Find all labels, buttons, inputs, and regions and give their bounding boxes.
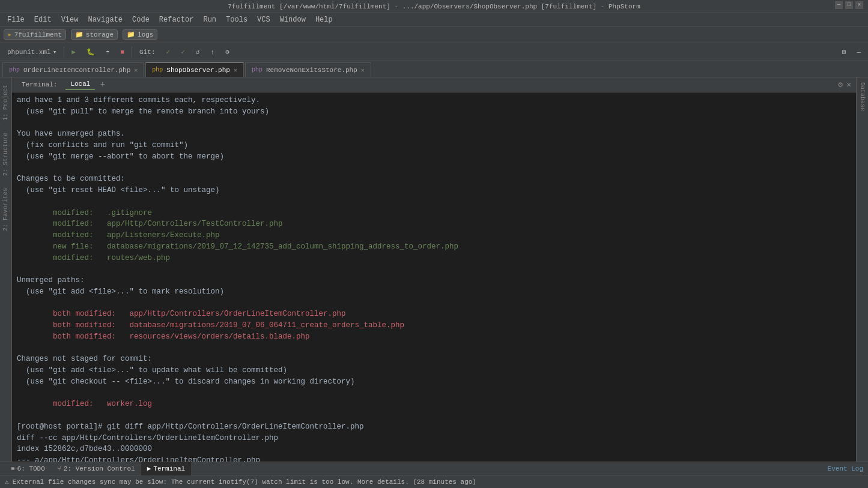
run-icon: ▶ [71,48,76,56]
terminal-new-tab-button[interactable]: + [100,80,105,89]
tab-shopobserver[interactable]: php ShopObserver.php ✕ [145,62,244,77]
favorites-panel-label[interactable]: 2: Favorites [2,188,9,231]
terminal-line [17,196,851,208]
terminal-line: --- a/app/Http/Controllers/OrderLineItem… [17,455,851,462]
terminal-line: (use "git checkout -- <file>..." to disc… [17,376,851,388]
terminal-line [17,388,851,399]
tab-orderlineitem[interactable]: php OrderLineItemController.php ✕ [2,62,144,77]
folder-icon: 📁 [75,31,83,38]
main-area: 1: Project 2: Structure 2: Favorites Ter… [0,77,868,462]
terminal-line: Changes not staged for commit: [17,354,851,365]
terminal-local-tab[interactable]: Local [65,79,95,90]
toolbar-separator-2 [132,47,132,58]
maximize-button[interactable]: □ [845,1,853,9]
phpunit-dropdown-icon: ▾ [53,48,57,56]
terminal-line [17,118,851,129]
terminal-line: both modified: app/Http/Controllers/Orde… [17,309,851,320]
terminal-line: modified: app/Http/Controllers/TestContr… [17,218,851,230]
menu-file[interactable]: File [2,14,29,25]
vcs-tab[interactable]: ⑂ 2: Version Control [51,462,141,475]
terminal-line: and have 1 and 3 different commits each,… [17,95,851,106]
terminal-content[interactable]: and have 1 and 3 different commits each,… [12,92,856,462]
menu-refactor[interactable]: Refactor [154,14,199,25]
tab-php-icon-2: php [152,67,163,73]
terminal-line: modified: routes/web.php [17,253,851,264]
editor-tabs: php OrderLineItemController.php ✕ php Sh… [0,61,868,77]
menu-view[interactable]: View [56,14,83,25]
project-icon: ▸ [8,31,12,38]
event-log-link[interactable]: Event Log [828,465,863,472]
minimize-button[interactable]: — [835,1,843,9]
toolbar: phpunit.xml ▾ ▶ 🐛 ☂ ■ Git: ✓ ✓ ↺ ↑ ⚙ ⊞ — [0,43,868,61]
title-bar: 7fulfillment [/var/www/html/7fulfillment… [0,0,868,13]
terminal-line: (use "git add <file>..." to mark resolut… [17,286,851,298]
terminal-line [17,298,851,309]
git-push[interactable]: ↑ [205,47,219,57]
terminal-line: modified: worker.log [17,399,851,410]
menu-navigate[interactable]: Navigate [83,14,127,25]
storage-badge[interactable]: 📁 storage [71,29,118,40]
phpunit-selector[interactable]: phpunit.xml ▾ [2,47,61,57]
terminal-close-icon[interactable]: ✕ [846,80,851,89]
menu-code[interactable]: Code [127,14,154,25]
menu-tools[interactable]: Tools [221,14,252,25]
terminal-line: index 152862c,d7bde43..0000000 [17,444,851,455]
terminal-line: Changes to be committed: [17,173,851,185]
close-button[interactable]: ✕ [855,1,863,9]
project-panel-label[interactable]: 1: Project [2,85,9,121]
toolbar-separator-1 [64,47,64,58]
tab-php-icon: php [9,67,20,73]
tab-shopobserver-close[interactable]: ✕ [234,67,237,74]
terminal-line: Unmerged paths: [17,275,851,286]
logs-badge[interactable]: 📁 logs [123,29,157,40]
layout-icon: ⊞ [842,48,846,56]
menu-window[interactable]: Window [275,14,311,25]
git-checkmark-2[interactable]: ✓ [176,47,190,57]
tab-orderlineitem-close[interactable]: ✕ [134,67,138,74]
git-refresh[interactable]: ↺ [191,47,205,57]
todo-tab[interactable]: ≡ 6: TODO [5,462,51,475]
git-settings[interactable]: ⚙ [220,47,234,57]
terminal-line: (use "git merge --abort" to abort the me… [17,151,851,163]
tab-removenonexits-label: RemoveNonExitsStore.php [266,67,357,74]
check-icon-2: ✓ [181,48,185,56]
left-sidebar-strip: 1: Project 2: Structure 2: Favorites [0,77,12,462]
run-button[interactable]: ▶ [67,47,80,57]
right-sidebar-strip: Database [856,77,868,462]
bottom-bar: ≡ 6: TODO ⑂ 2: Version Control ▶ Termina… [0,462,868,475]
debug-button[interactable]: 🐛 [82,47,100,57]
project-badge[interactable]: ▸ 7fulfillment [4,29,66,40]
todo-label: 6: TODO [17,465,45,472]
todo-icon: ≡ [11,465,15,472]
terminal-settings-icon[interactable]: ⚙ [838,80,843,89]
terminal-line: (fix conflicts and run "git commit") [17,140,851,151]
menu-run[interactable]: Run [198,14,221,25]
terminal-line [17,410,851,421]
terminal-line [17,163,851,174]
terminal-bottom-tab[interactable]: ▶ Terminal [141,462,191,475]
check-icon: ✓ [166,48,171,56]
terminal-line: modified: .gitignore [17,208,851,219]
logs-folder-icon: 📁 [127,31,135,38]
terminal-panel: Terminal: Local + ⚙ ✕ and have 1 and 3 d… [12,77,856,462]
stop-icon: ■ [121,49,125,56]
notification-icon: ⚠ [5,478,9,486]
tab-removenonexits[interactable]: php RemoveNonExitsStore.php ✕ [245,62,371,77]
stop-button[interactable]: ■ [116,47,130,57]
menu-edit[interactable]: Edit [29,14,56,25]
git-checkmark-1[interactable]: ✓ [162,47,175,57]
coverage-button[interactable]: ☂ [101,47,115,57]
storage-label: storage [86,31,114,38]
terminal-line: new file: database/migrations/2019_07_12… [17,241,851,253]
window-layout[interactable]: ⊞ [837,47,851,57]
project-name: 7fulfillment [14,31,62,38]
menu-help[interactable]: Help [311,14,338,25]
menu-vcs[interactable]: VCS [252,14,275,25]
hide-panel[interactable]: — [852,47,866,57]
push-icon: ↑ [210,49,214,56]
tab-removenonexits-close[interactable]: ✕ [361,67,365,74]
database-panel-label[interactable]: Database [859,82,866,111]
structure-panel-label[interactable]: 2: Structure [2,133,9,176]
nav-bar: ▸ 7fulfillment 📁 storage 📁 logs [0,26,868,43]
notification-text: External file changes sync may be slow: … [13,478,476,486]
